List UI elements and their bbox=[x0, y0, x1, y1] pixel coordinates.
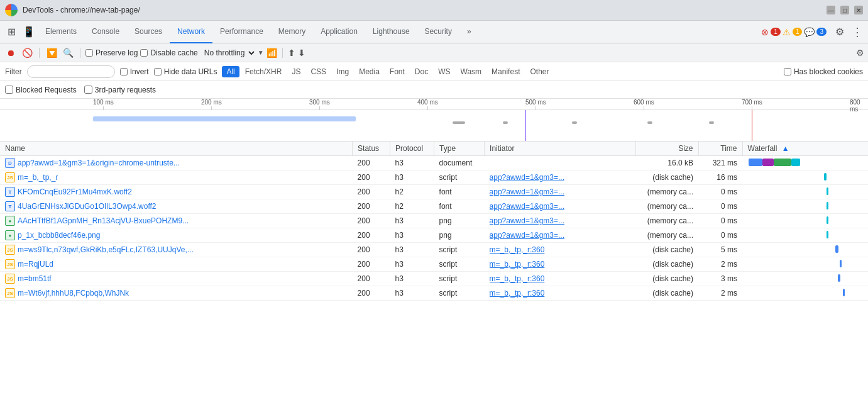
search-button[interactable]: 🔍 bbox=[61, 46, 75, 60]
record-button[interactable]: ⏺ bbox=[4, 46, 18, 60]
invert-label[interactable]: Invert bbox=[120, 67, 149, 76]
third-party-requests-checkbox[interactable] bbox=[84, 86, 92, 94]
disable-cache-checkbox[interactable] bbox=[140, 49, 148, 57]
throttle-select[interactable]: No throttling Slow 3G Fast 3G Custom bbox=[201, 48, 256, 58]
close-button[interactable]: ✕ bbox=[854, 6, 863, 14]
tab-security[interactable]: Security bbox=[417, 21, 459, 43]
initiator-cell[interactable]: m=_b,_tp,_r:360 bbox=[485, 257, 635, 272]
tab-application[interactable]: Application bbox=[313, 21, 365, 43]
invert-checkbox[interactable] bbox=[120, 68, 128, 75]
tab-lighthouse[interactable]: Lighthouse bbox=[365, 21, 417, 43]
has-blocked-cookies-checkbox[interactable] bbox=[784, 68, 791, 75]
initiator-cell[interactable]: app?awwd=1&gm3=... bbox=[485, 170, 635, 185]
filter-type-ws[interactable]: WS bbox=[434, 66, 454, 77]
initiator-link[interactable]: m=_b,_tp,_r:360 bbox=[490, 245, 584, 254]
initiator-cell[interactable]: m=_b,_tp,_r:360 bbox=[485, 272, 635, 286]
tab-more[interactable]: » bbox=[459, 21, 479, 43]
devtools-dock-icon[interactable]: ⊞ bbox=[3, 23, 20, 41]
preserve-log-label[interactable]: Preserve log bbox=[85, 48, 138, 57]
tab-sources[interactable]: Sources bbox=[127, 21, 170, 43]
request-name[interactable]: m=_b,_tp,_r bbox=[18, 173, 58, 182]
third-party-requests-label[interactable]: 3rd-party requests bbox=[84, 86, 156, 94]
request-name[interactable]: m=Wt6vjf,hhhU8,FCpbqb,WhJNk bbox=[18, 289, 129, 298]
download-icon[interactable]: ⬇ bbox=[298, 48, 305, 58]
initiator-cell[interactable]: app?awwd=1&gm3=... bbox=[485, 214, 635, 228]
filter-type-font[interactable]: Font bbox=[385, 66, 409, 77]
network-settings-icon[interactable]: ⚙ bbox=[856, 48, 864, 58]
blocked-requests-label[interactable]: Blocked Requests bbox=[5, 86, 77, 94]
filter-button[interactable]: 🔽 bbox=[45, 46, 58, 60]
disable-cache-label[interactable]: Disable cache bbox=[140, 48, 197, 57]
table-row[interactable]: JS m=RqjULd 200h3scriptm=_b,_tp,_r:360(d… bbox=[0, 257, 868, 272]
table-row[interactable]: JS m=_b,_tp,_r 200h3scriptapp?awwd=1&gm3… bbox=[0, 170, 868, 185]
table-row[interactable]: D app?awwd=1&gm3=1&origin=chrome-untrust… bbox=[0, 156, 868, 170]
blocked-requests-checkbox[interactable] bbox=[5, 86, 13, 94]
initiator-link[interactable]: app?awwd=1&gm3=... bbox=[490, 173, 584, 182]
initiator-link[interactable]: m=_b,_tp,_r:360 bbox=[490, 274, 584, 283]
filter-type-fetch[interactable]: Fetch/XHR bbox=[241, 66, 287, 77]
initiator-cell[interactable]: m=_b,_tp,_r:360 bbox=[485, 243, 635, 257]
initiator-cell[interactable]: app?awwd=1&gm3=... bbox=[485, 185, 635, 199]
initiator-link[interactable]: app?awwd=1&gm3=... bbox=[490, 187, 584, 196]
th-status[interactable]: Status bbox=[353, 142, 390, 156]
initiator-link[interactable]: app?awwd=1&gm3=... bbox=[490, 202, 584, 211]
initiator-cell[interactable]: app?awwd=1&gm3=... bbox=[485, 228, 635, 243]
request-name[interactable]: p_1x_bcbb8decf46e.png bbox=[18, 231, 100, 240]
tab-network[interactable]: Network bbox=[170, 21, 212, 43]
clear-button[interactable]: 🚫 bbox=[20, 46, 34, 60]
th-waterfall[interactable]: Waterfall ▲ bbox=[742, 142, 868, 156]
request-name[interactable]: AAcHTtfBf1AGpnMH_Rn13AcjVU-BxuePOHZM9... bbox=[18, 216, 189, 225]
request-name[interactable]: m=bm51tf bbox=[18, 274, 52, 283]
tab-console[interactable]: Console bbox=[84, 21, 127, 43]
request-name[interactable]: 4UaGrENHsxJlGDuGo1OIlL3Owp4.woff2 bbox=[18, 202, 157, 211]
filter-type-media[interactable]: Media bbox=[354, 66, 384, 77]
initiator-link[interactable]: app?awwd=1&gm3=... bbox=[490, 231, 584, 240]
filter-type-manifest[interactable]: Manifest bbox=[487, 66, 524, 77]
th-time[interactable]: Time bbox=[698, 142, 742, 156]
timeline-ruler: 100 ms 200 ms 300 ms 400 ms 500 ms 600 m… bbox=[0, 99, 868, 110]
hide-data-urls-checkbox[interactable] bbox=[154, 68, 162, 75]
table-row[interactable]: JS m=Wt6vjf,hhhU8,FCpbqb,WhJNk 200h3scri… bbox=[0, 286, 868, 301]
th-type[interactable]: Type bbox=[434, 142, 485, 156]
filter-type-css[interactable]: CSS bbox=[306, 66, 331, 77]
th-initiator[interactable]: Initiator bbox=[485, 142, 635, 156]
tab-performance[interactable]: Performance bbox=[212, 21, 271, 43]
tab-memory[interactable]: Memory bbox=[271, 21, 313, 43]
th-name[interactable]: Name bbox=[0, 142, 353, 156]
initiator-link[interactable]: m=_b,_tp,_r:360 bbox=[490, 260, 584, 269]
maximize-button[interactable]: □ bbox=[840, 6, 849, 14]
hide-data-urls-label[interactable]: Hide data URLs bbox=[154, 67, 217, 76]
initiator-cell[interactable]: app?awwd=1&gm3=... bbox=[485, 199, 635, 214]
th-size[interactable]: Size bbox=[635, 142, 698, 156]
initiator-link[interactable]: m=_b,_tp,_r:360 bbox=[490, 289, 584, 298]
th-protocol[interactable]: Protocol bbox=[390, 142, 434, 156]
table-row[interactable]: ● p_1x_bcbb8decf46e.png 200h3pngapp?awwd… bbox=[0, 228, 868, 243]
table-row[interactable]: JS m=bm51tf 200h3scriptm=_b,_tp,_r:360(d… bbox=[0, 272, 868, 286]
filter-type-all[interactable]: All bbox=[222, 66, 239, 77]
table-row[interactable]: ● AAcHTtfBf1AGpnMH_Rn13AcjVU-BxuePOHZM9.… bbox=[0, 214, 868, 228]
table-row[interactable]: T 4UaGrENHsxJlGDuGo1OIlL3Owp4.woff2 200h… bbox=[0, 199, 868, 214]
has-blocked-cookies-label[interactable]: Has blocked cookies bbox=[784, 67, 863, 76]
minimize-button[interactable]: — bbox=[827, 6, 835, 14]
request-name[interactable]: app?awwd=1&gm3=1&origin=chrome-untruste.… bbox=[18, 159, 180, 167]
devtools-mobile-icon[interactable]: 📱 bbox=[20, 23, 38, 41]
initiator-link[interactable]: app?awwd=1&gm3=... bbox=[490, 216, 584, 225]
table-row[interactable]: T KFOmCnqEu92Fr1Mu4mxK.woff2 200h2fontap… bbox=[0, 185, 868, 199]
more-menu-button[interactable]: ⋮ bbox=[849, 25, 865, 39]
preserve-log-checkbox[interactable] bbox=[85, 49, 93, 57]
upload-icon[interactable]: ⬆ bbox=[288, 48, 295, 58]
initiator-cell[interactable]: m=_b,_tp,_r:360 bbox=[485, 286, 635, 301]
filter-type-wasm[interactable]: Wasm bbox=[456, 66, 486, 77]
tab-elements[interactable]: Elements bbox=[38, 21, 84, 43]
request-name[interactable]: KFOmCnqEu92Fr1Mu4mxK.woff2 bbox=[18, 187, 132, 196]
request-name[interactable]: m=ws9Tlc,n73qwf,GkRiKb,e5qFLc,IZT63,UUJq… bbox=[18, 245, 194, 254]
file-type-icon: JS bbox=[5, 274, 15, 284]
filter-input[interactable] bbox=[27, 65, 115, 78]
filter-type-doc[interactable]: Doc bbox=[410, 66, 432, 77]
table-row[interactable]: JS m=ws9Tlc,n73qwf,GkRiKb,e5qFLc,IZT63,U… bbox=[0, 243, 868, 257]
filter-type-js[interactable]: JS bbox=[287, 66, 305, 77]
filter-type-img[interactable]: Img bbox=[332, 66, 353, 77]
filter-type-other[interactable]: Other bbox=[525, 66, 553, 77]
request-name[interactable]: m=RqjULd bbox=[18, 260, 53, 269]
settings-button[interactable]: ⚙ bbox=[833, 26, 847, 38]
